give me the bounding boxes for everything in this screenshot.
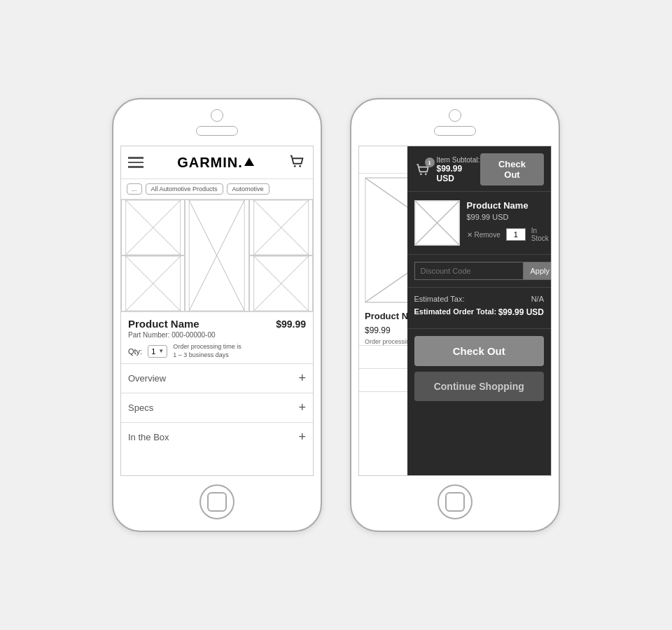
continue-shopping-button[interactable]: Continue Shopping bbox=[414, 372, 545, 401]
svg-line-16 bbox=[253, 256, 308, 311]
qty-label: Qty: bbox=[128, 347, 142, 356]
accordion-specs-plus-icon: + bbox=[298, 400, 306, 415]
home-button-inner-1 bbox=[207, 492, 227, 512]
phone-bottom-1 bbox=[113, 476, 321, 531]
home-button-inner-2 bbox=[445, 492, 465, 512]
phone-screen-2: GARMIN. Product Name $99.99 Order proces… bbox=[358, 146, 552, 476]
breadcrumb-dots[interactable]: ... bbox=[127, 183, 142, 195]
svg-line-10 bbox=[253, 200, 308, 255]
product-info: Product Name $99.99 Part Number: 000-000… bbox=[121, 312, 313, 363]
cart-badge: 1 bbox=[425, 158, 435, 167]
svg-line-4 bbox=[126, 200, 181, 255]
cart-header-left: 1 Item Subtotal: $99.99 USD bbox=[414, 156, 480, 183]
hamburger-menu-icon[interactable] bbox=[128, 157, 144, 168]
in-stock-label: In Stock bbox=[531, 227, 549, 242]
product-thumbnail-2[interactable] bbox=[249, 200, 313, 255]
cart-product-row: Product Name $99.99 USD ✕ Remove 1 In St… bbox=[407, 192, 552, 255]
cart-icon[interactable] bbox=[288, 152, 306, 173]
svg-line-6 bbox=[189, 200, 244, 311]
product-price: $99.99 bbox=[276, 318, 306, 330]
product-image-main[interactable] bbox=[185, 200, 248, 312]
svg-rect-8 bbox=[253, 200, 308, 255]
cart-totals: Estimated Tax: N/A Estimated Order Total… bbox=[407, 288, 552, 329]
svg-line-15 bbox=[253, 256, 308, 311]
discount-code-row: Apply bbox=[407, 255, 552, 288]
svg-line-3 bbox=[126, 200, 181, 255]
remove-x-icon: ✕ bbox=[467, 231, 472, 239]
breadcrumbs: ... All Automotive Products Automotive bbox=[121, 179, 313, 199]
svg-point-1 bbox=[299, 165, 301, 167]
checkout-button-top[interactable]: Check Out bbox=[480, 153, 544, 186]
accordion-overview-plus-icon: + bbox=[298, 371, 306, 386]
cart-qty-value[interactable]: 1 bbox=[506, 228, 526, 241]
svg-line-7 bbox=[189, 200, 244, 311]
accordion-inbox-label: In the Box bbox=[128, 432, 169, 442]
product-thumbnail-4[interactable] bbox=[249, 255, 313, 312]
qty-selector[interactable]: 1 ▼ bbox=[148, 345, 167, 358]
phone-top-1 bbox=[113, 99, 321, 146]
cart-product-name: Product Name bbox=[467, 200, 549, 211]
phone-screen-1: GARMIN. ... All Automotive Products Auto… bbox=[120, 146, 314, 476]
svg-line-9 bbox=[253, 200, 308, 255]
tax-label: Estimated Tax: bbox=[414, 295, 465, 303]
phone-1: GARMIN. ... All Automotive Products Auto… bbox=[112, 98, 322, 532]
garmin-logo: GARMIN. bbox=[177, 155, 254, 171]
cart-header: 1 Item Subtotal: $99.99 USD Check Out bbox=[407, 146, 552, 192]
qty-chevron-down-icon: ▼ bbox=[158, 348, 164, 354]
order-total-label: Estimated Order Total: bbox=[414, 307, 497, 317]
cart-product-price: $99.99 USD bbox=[467, 213, 549, 221]
accordion-overview-label: Overview bbox=[128, 373, 166, 384]
accordion-overview[interactable]: Overview + bbox=[121, 363, 313, 393]
qty-row: Qty: 1 ▼ Order processing time is 1 – 3 … bbox=[128, 343, 306, 359]
svg-rect-11 bbox=[126, 256, 181, 311]
apply-discount-button[interactable]: Apply bbox=[524, 262, 552, 280]
remove-button[interactable]: ✕ Remove bbox=[467, 231, 500, 239]
svg-line-13 bbox=[126, 256, 181, 311]
app-header: GARMIN. bbox=[121, 146, 313, 179]
phone-top-2 bbox=[351, 99, 559, 146]
part-number: Part Number: 000-00000-00 bbox=[128, 331, 306, 339]
cart-product-details: Product Name $99.99 USD ✕ Remove 1 In St… bbox=[467, 200, 549, 242]
remove-label: Remove bbox=[475, 231, 500, 239]
tax-row: Estimated Tax: N/A bbox=[414, 295, 545, 303]
phones-container: GARMIN. ... All Automotive Products Auto… bbox=[112, 98, 560, 532]
phone-speaker-1 bbox=[196, 126, 238, 136]
svg-rect-14 bbox=[253, 256, 308, 311]
checkout-button-main[interactable]: Check Out bbox=[414, 336, 545, 366]
cart-product-image bbox=[414, 200, 460, 246]
phone-bottom-2 bbox=[351, 476, 559, 531]
garmin-logo-triangle bbox=[244, 158, 254, 166]
breadcrumb-automotive[interactable]: Automotive bbox=[227, 183, 270, 195]
phone-camera-2 bbox=[449, 109, 461, 122]
phone-camera-1 bbox=[211, 109, 223, 122]
svg-point-21 bbox=[425, 174, 427, 176]
svg-rect-2 bbox=[126, 200, 181, 255]
accordion-inbox-plus-icon: + bbox=[298, 430, 306, 444]
product-image-grid bbox=[121, 199, 313, 312]
tax-value: N/A bbox=[531, 295, 544, 303]
svg-line-12 bbox=[126, 256, 181, 311]
cart-subtotal-info: Item Subtotal: $99.99 USD bbox=[437, 156, 480, 183]
discount-code-input[interactable] bbox=[414, 262, 524, 280]
breadcrumb-automotive-products[interactable]: All Automotive Products bbox=[146, 183, 223, 195]
cart-remove-qty-row: ✕ Remove 1 In Stock bbox=[467, 227, 549, 242]
cart-icon-with-badge[interactable]: 1 bbox=[414, 161, 431, 178]
cart-subtotal-label: Item Subtotal: bbox=[437, 156, 480, 164]
cart-bottom-buttons: Check Out Continue Shopping bbox=[407, 329, 552, 408]
order-total-value: $99.99 USD bbox=[498, 307, 544, 317]
home-button-1[interactable] bbox=[200, 484, 234, 519]
garmin-logo-text: GARMIN. bbox=[177, 155, 243, 171]
svg-point-20 bbox=[420, 174, 422, 176]
home-button-2[interactable] bbox=[438, 484, 472, 519]
accordion-specs-label: Specs bbox=[128, 402, 153, 413]
product-thumbnail-3[interactable] bbox=[121, 255, 185, 312]
phone-speaker-2 bbox=[434, 126, 476, 136]
qty-value: 1 bbox=[151, 347, 155, 356]
cart-panel: 1 Item Subtotal: $99.99 USD Check Out bbox=[407, 146, 552, 475]
accordion-specs[interactable]: Specs + bbox=[121, 393, 313, 422]
order-processing-note: Order processing time is 1 – 3 business … bbox=[173, 343, 241, 359]
product-name: Product Name bbox=[128, 318, 200, 330]
accordion-in-the-box[interactable]: In the Box + bbox=[121, 422, 313, 451]
product-thumbnail-1[interactable] bbox=[121, 200, 185, 255]
order-total-row: Estimated Order Total: $99.99 USD bbox=[414, 307, 545, 317]
